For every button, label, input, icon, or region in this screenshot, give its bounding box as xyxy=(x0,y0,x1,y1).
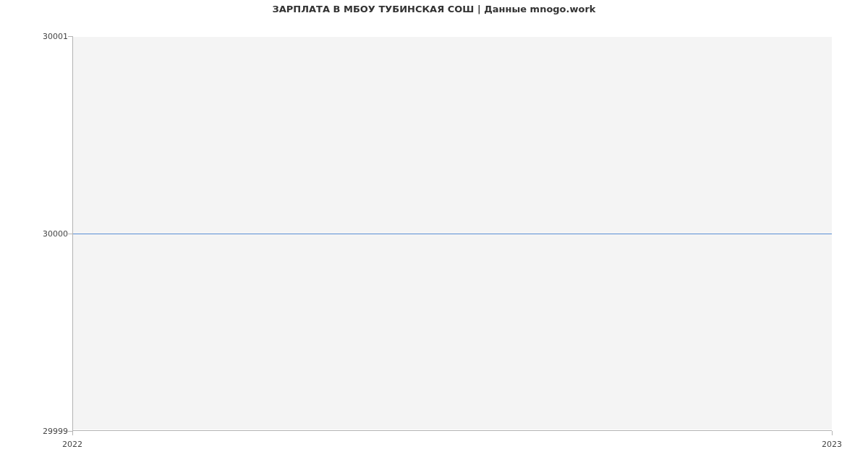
x-axis-label: 2022 xyxy=(62,440,82,449)
x-axis-tick xyxy=(72,431,73,435)
x-axis-tick xyxy=(832,431,833,435)
chart-container: ЗАРПЛАТА В МБОУ ТУБИНСКАЯ СОШ | Данные m… xyxy=(0,0,868,470)
y-axis-label: 29999 xyxy=(3,427,68,436)
y-axis-label: 30001 xyxy=(3,32,68,41)
y-axis-tick xyxy=(68,234,72,234)
y-axis-tick xyxy=(68,36,72,37)
x-axis-label: 2023 xyxy=(822,440,842,449)
chart-title: ЗАРПЛАТА В МБОУ ТУБИНСКАЯ СОШ | Данные m… xyxy=(0,4,868,14)
y-axis-label: 30000 xyxy=(3,229,68,239)
plot-area xyxy=(72,36,832,431)
gridline-y xyxy=(73,430,832,430)
gridline-y xyxy=(73,36,832,37)
series-line-salary xyxy=(73,234,832,234)
